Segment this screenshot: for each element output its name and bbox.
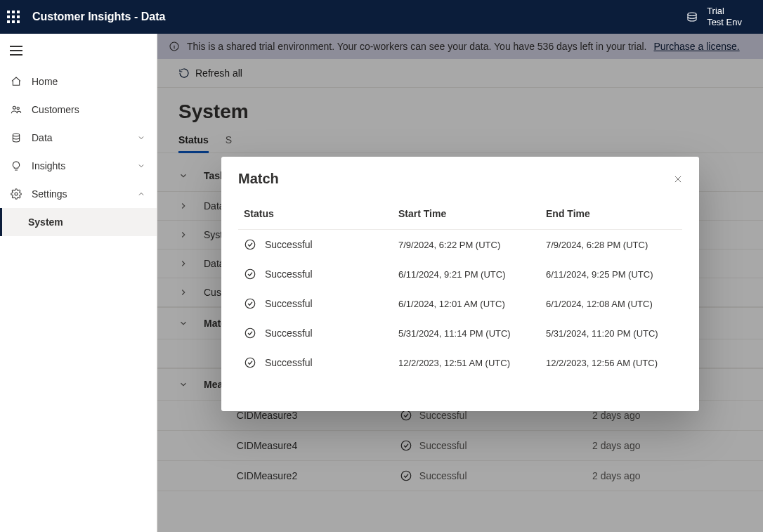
dialog-row-start: 5/31/2024, 11:14 PM (UTC): [398, 328, 546, 339]
dialog-title: Match: [238, 171, 682, 187]
check-icon: [244, 268, 256, 280]
dialog-row-status: Successful: [265, 357, 313, 368]
svg-point-3: [13, 134, 19, 136]
dialog-row-status: Successful: [265, 327, 313, 339]
nav-customers[interactable]: Customers: [0, 96, 157, 124]
environment-info: Trial Test Env: [707, 6, 742, 27]
dialog-row: Successful 6/1/2024, 12:01 AM (UTC) 6/1/…: [238, 289, 682, 318]
nav-system[interactable]: System: [0, 208, 157, 236]
dialog-row-status: Successful: [265, 268, 313, 280]
dialog-row: Successful 7/9/2024, 6:22 PM (UTC) 7/9/2…: [238, 230, 682, 259]
environment-name: Test Env: [707, 17, 742, 28]
modal-backdrop[interactable]: Match Status Start Time End Time Success…: [157, 34, 763, 532]
svg-point-2: [17, 107, 19, 109]
dialog-row-start: 7/9/2024, 6:22 PM (UTC): [398, 240, 546, 250]
dialog-row-status: Successful: [265, 298, 313, 309]
check-icon: [244, 238, 256, 251]
svg-point-4: [15, 193, 18, 195]
nav-home-label: Home: [32, 76, 58, 87]
environment-icon: [686, 11, 698, 23]
dialog-row-end: 7/9/2024, 6:28 PM (UTC): [546, 240, 677, 250]
check-icon: [244, 297, 256, 310]
nav-customers-label: Customers: [32, 104, 79, 115]
customers-icon: [10, 104, 22, 115]
dialog-row: Successful 12/2/2023, 12:51 AM (UTC) 12/…: [238, 348, 682, 377]
svg-point-11: [245, 299, 255, 309]
app-title: Customer Insights - Data: [32, 11, 165, 23]
close-button[interactable]: [668, 169, 688, 189]
insights-icon: [10, 160, 22, 171]
chevron-down-icon: [137, 162, 147, 170]
match-history-dialog: Match Status Start Time End Time Success…: [221, 157, 699, 411]
svg-point-12: [245, 328, 255, 338]
svg-point-0: [688, 13, 696, 16]
sidebar-toggle[interactable]: [0, 34, 157, 67]
dialog-row-start: 6/1/2024, 12:01 AM (UTC): [398, 299, 546, 309]
sidebar: Home Customers Data Insights: [0, 34, 157, 532]
chevron-up-icon: [137, 190, 147, 198]
dialog-table-header: Status Start Time End Time: [238, 208, 682, 230]
dialog-row-end: 5/31/2024, 11:20 PM (UTC): [546, 328, 677, 339]
environment-switcher[interactable]: Trial Test Env: [686, 6, 756, 27]
dialog-row: Successful 6/11/2024, 9:21 PM (UTC) 6/11…: [238, 259, 682, 289]
check-icon: [244, 356, 256, 369]
col-end: End Time: [546, 208, 677, 219]
check-icon: [244, 327, 256, 339]
nav-data[interactable]: Data: [0, 124, 157, 152]
gear-icon: [10, 188, 22, 200]
dialog-row: Successful 5/31/2024, 11:14 PM (UTC) 5/3…: [238, 318, 682, 348]
nav-settings-label: Settings: [32, 188, 67, 200]
home-icon: [10, 76, 22, 87]
main-content: This is a shared trial environment. Your…: [157, 34, 763, 532]
app-bar: Customer Insights - Data Trial Test Env: [0, 0, 763, 34]
dialog-row-end: 12/2/2023, 12:56 AM (UTC): [546, 358, 677, 368]
svg-point-13: [245, 358, 255, 368]
dialog-row-start: 12/2/2023, 12:51 AM (UTC): [398, 358, 546, 368]
hamburger-icon: [10, 46, 22, 56]
svg-point-9: [245, 240, 255, 249]
svg-point-1: [13, 106, 15, 109]
app-launcher-icon[interactable]: [7, 11, 20, 23]
nav-settings[interactable]: Settings: [0, 180, 157, 208]
dialog-row-status: Successful: [265, 239, 313, 250]
nav-home[interactable]: Home: [0, 67, 157, 96]
dialog-row-start: 6/11/2024, 9:21 PM (UTC): [398, 269, 546, 280]
dialog-row-end: 6/11/2024, 9:25 PM (UTC): [546, 269, 677, 280]
col-status: Status: [244, 208, 398, 219]
chevron-down-icon: [137, 134, 147, 142]
data-icon: [10, 132, 22, 143]
nav-insights[interactable]: Insights: [0, 152, 157, 180]
col-start: Start Time: [398, 208, 546, 219]
close-icon: [673, 174, 683, 184]
dialog-row-end: 6/1/2024, 12:08 AM (UTC): [546, 299, 677, 309]
svg-point-10: [245, 269, 255, 279]
nav-data-label: Data: [32, 132, 53, 143]
nav-insights-label: Insights: [32, 160, 65, 171]
environment-label: Trial: [707, 6, 742, 17]
nav-system-label: System: [28, 216, 63, 228]
dialog-rows: Successful 7/9/2024, 6:22 PM (UTC) 7/9/2…: [238, 230, 682, 377]
